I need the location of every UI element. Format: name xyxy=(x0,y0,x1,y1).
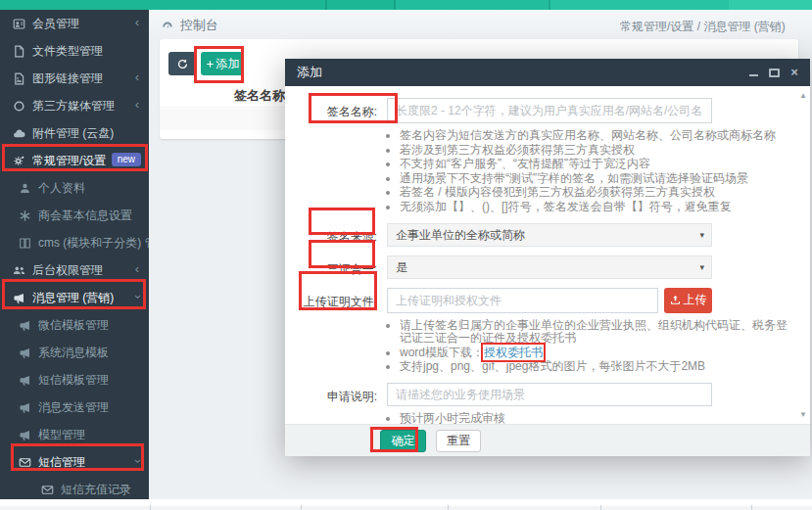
app-window: 会员管理 ‹ 文件类型管理 图形链接管理 ‹ 第三方媒体管理 ‹ 附件管理 (云… xyxy=(0,0,812,510)
reset-button[interactable]: 重置 xyxy=(436,430,481,452)
apply-desc-label: 申请说明: xyxy=(295,383,377,406)
upload-proof-input[interactable] xyxy=(387,288,658,313)
plus-icon xyxy=(206,58,215,70)
add-button-label: 添加 xyxy=(216,56,240,72)
sidebar-item-label: 常规管理/设置 xyxy=(32,153,106,169)
chevron-left-icon: ‹ xyxy=(135,70,139,84)
bullhorn-icon xyxy=(19,374,31,387)
sidebar-item-members[interactable]: 会员管理 ‹ xyxy=(0,10,149,37)
breadcrumb-bar: 控制台 常规管理/设置 / 消息管理 (营销) xyxy=(149,10,812,39)
sidebar-item-label: 系统消息模板 xyxy=(38,345,109,361)
sidebar-item-file-types[interactable]: 文件类型管理 xyxy=(0,37,149,65)
note-item: 若涉及到第三方权益必须获得第三方真实授权 xyxy=(400,144,792,158)
sidebar-item-sms-templates[interactable]: 短信模板管理 xyxy=(0,366,149,394)
sidebar-item-system-message-templates[interactable]: 系统消息模板 xyxy=(0,339,149,366)
column-divider xyxy=(448,505,449,510)
sidebar-item-wechat-templates[interactable]: 微信模板管理 xyxy=(0,311,149,339)
sidebar-item-label: 商会基本信息设置 xyxy=(38,208,132,224)
sidebar-item-model-management[interactable]: 模型管理 xyxy=(0,421,149,448)
note-item: 无须添加【】、()、[]符号，签名发送会自带【】符号，避免重复 xyxy=(400,201,792,214)
sidebar-item-label: 短信充值记录 xyxy=(61,482,131,498)
scroll-down-icon[interactable]: ▼ xyxy=(799,410,807,419)
chevron-down-icon: ‹ xyxy=(130,459,144,463)
refresh-icon xyxy=(176,58,189,70)
sidebar-item-label: 第三方媒体管理 xyxy=(32,98,115,115)
circle-icon xyxy=(13,100,25,113)
column-divider xyxy=(301,505,302,510)
file-icon xyxy=(13,45,25,58)
sidebar-item-label: 文件类型管理 xyxy=(32,43,103,60)
breadcrumb-separator: / xyxy=(697,20,700,33)
cloud-icon xyxy=(13,127,25,140)
signature-name-input[interactable] xyxy=(387,98,712,123)
refresh-button[interactable] xyxy=(168,52,196,75)
upload-proof-label: 上传证明文件: xyxy=(295,288,377,313)
maximize-icon[interactable] xyxy=(768,66,780,79)
book-icon xyxy=(19,237,31,250)
note-item: 预计两小时完成审核 xyxy=(400,412,792,424)
signature-source-select[interactable]: 企事业单位的全称或简称 ▾ xyxy=(387,223,712,247)
note-item: 支持jpg、png、gif、jpeg格式的图片，每张图片不大于2MB xyxy=(400,360,792,374)
sidebar-item-permissions[interactable]: 后台权限管理 ‹ xyxy=(0,256,149,284)
sidebar-item-general-settings[interactable]: 常规管理/设置 new xyxy=(0,147,149,174)
sidebar-item-label: 短信模板管理 xyxy=(38,372,109,389)
upload-button-label: 上传 xyxy=(684,292,707,308)
modal-header[interactable]: 添加 × xyxy=(285,59,810,86)
window-controls: × xyxy=(747,59,800,86)
sidebar-item-third-party-media[interactable]: 第三方媒体管理 ‹ xyxy=(0,92,149,119)
caret-down-icon: ▾ xyxy=(699,256,704,278)
scroll-up-icon[interactable]: ▲ xyxy=(799,91,807,100)
signature-source-value: 企事业单位的全称或简称 xyxy=(396,228,525,242)
minimize-icon[interactable] xyxy=(747,66,759,79)
users-icon xyxy=(13,264,25,277)
confirm-button[interactable]: 确定 xyxy=(380,430,426,452)
breadcrumb-item-messages[interactable]: 消息管理 (营销) xyxy=(703,20,785,33)
sidebar-item-label: 附件管理 (云盘) xyxy=(32,125,114,142)
note-item: 若签名 / 模版内容侵犯到第三方权益必须获得第三方真实授权 xyxy=(400,186,792,200)
column-divider xyxy=(751,505,752,510)
sidebar-item-message-sending[interactable]: 消息发送管理 xyxy=(0,394,149,421)
asterisk-icon xyxy=(19,209,31,222)
top-accent-bar xyxy=(0,0,812,10)
close-icon[interactable]: × xyxy=(788,66,800,79)
sidebar-item-graphic-links[interactable]: 图形链接管理 ‹ xyxy=(0,65,149,92)
sidebar-item-attachments[interactable]: 附件管理 (云盘) xyxy=(0,119,149,147)
note-item: word模版下载：授权委托书 xyxy=(400,347,792,360)
column-divider xyxy=(600,505,601,510)
sidebar-item-label: cms (模块和子分类) 管理 xyxy=(38,235,149,252)
sidebar-item-label: 会员管理 xyxy=(32,16,79,32)
add-button[interactable]: 添加 xyxy=(201,52,244,75)
upload-icon xyxy=(670,294,681,306)
authorization-letter-link[interactable]: 授权委托书 xyxy=(484,346,543,359)
sidebar-item-message-management[interactable]: 消息管理 (营销) ‹ xyxy=(0,284,149,311)
three-cert-value: 是 xyxy=(396,260,407,274)
envelope-icon xyxy=(19,456,31,469)
sidebar-item-sms-management[interactable]: 短信管理 ‹ xyxy=(0,448,149,476)
column-divider xyxy=(150,505,151,510)
user-icon xyxy=(19,182,31,195)
sidebar-item-cms[interactable]: cms (模块和子分类) 管理 xyxy=(0,229,149,256)
signature-source-label: 签名来源: xyxy=(295,223,377,247)
apply-desc-input[interactable] xyxy=(387,383,712,406)
modal-footer: 确定 重置 xyxy=(285,424,810,456)
sidebar-item-label: 短信管理 xyxy=(38,454,85,471)
breadcrumb-item-general[interactable]: 常规管理/设置 xyxy=(620,20,693,33)
note-item: 不支持如“客户服务”、“友情提醒”等过于宽泛内容 xyxy=(400,158,792,171)
breadcrumb[interactable]: 控制台 xyxy=(161,17,218,34)
sidebar: 会员管理 ‹ 文件类型管理 图形链接管理 ‹ 第三方媒体管理 ‹ 附件管理 (云… xyxy=(0,10,149,499)
sidebar-item-chamber-info[interactable]: 商会基本信息设置 xyxy=(0,202,149,229)
envelope-icon xyxy=(41,484,54,496)
signature-name-notes: 签名内容为短信发送方的真实应用名称、网站名称、公司名称或商标名称 若涉及到第三方… xyxy=(387,129,792,214)
breadcrumb-console-label: 控制台 xyxy=(180,17,218,34)
sidebar-item-label: 微信模板管理 xyxy=(38,317,109,334)
id-card-icon xyxy=(13,18,25,30)
note-item: 签名内容为短信发送方的真实应用名称、网站名称、公司名称或商标名称 xyxy=(400,129,792,143)
page-bottom-strip xyxy=(0,499,812,510)
upload-button[interactable]: 上传 xyxy=(664,288,712,313)
three-cert-select[interactable]: 是 ▾ xyxy=(387,255,712,279)
sidebar-item-profile[interactable]: 个人资料 xyxy=(0,174,149,202)
modal-body: ▲ ▼ 签名名称: 签名内容为短信发送方的真实应用名称、网站名称、公司名称或商标… xyxy=(285,86,810,424)
sidebar-item-label: 个人资料 xyxy=(38,180,85,197)
sidebar-item-label: 后台权限管理 xyxy=(32,262,103,279)
bullhorn-icon xyxy=(13,292,25,304)
